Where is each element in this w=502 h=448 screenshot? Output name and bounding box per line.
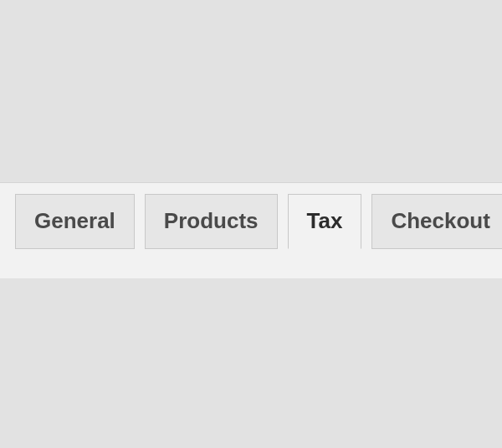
tab-label: Tax [307,210,343,232]
tab-products[interactable]: Products [145,194,278,249]
tab-label: General [34,210,115,232]
tab-label: Products [164,210,259,232]
tab-label: Checkout [391,210,489,232]
tab-tax[interactable]: Tax [288,194,362,249]
tab-checkout[interactable]: Checkout [371,194,502,249]
settings-tab-bar: General Products Tax Checkout [15,194,502,249]
tab-general[interactable]: General [15,194,135,249]
